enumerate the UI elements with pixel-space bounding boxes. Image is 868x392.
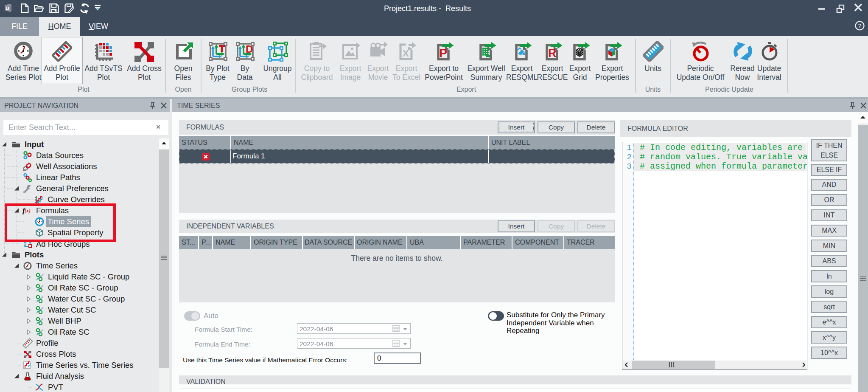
- svg-text:?: ?: [858, 23, 861, 29]
- svg-text:P: P: [439, 46, 447, 60]
- svg-text:R: R: [548, 47, 557, 59]
- svg-text:X: X: [403, 48, 409, 59]
- svg-text:D: D: [246, 43, 253, 55]
